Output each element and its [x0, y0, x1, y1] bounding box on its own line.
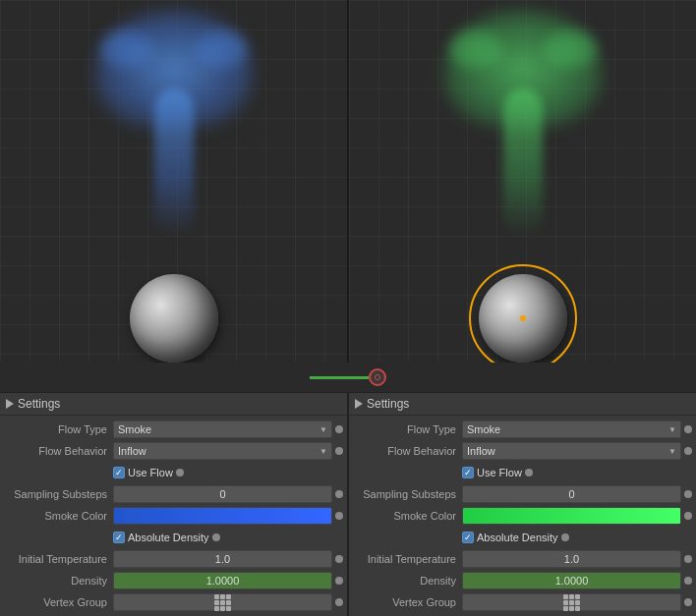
right-vertex-group-control	[462, 593, 692, 611]
right-vertex-group-btn[interactable]	[462, 593, 681, 611]
left-flow-behavior-dot[interactable]	[335, 447, 343, 455]
right-vertex-group-label: Vertex Group	[349, 596, 462, 608]
left-smoke-color-swatch[interactable]	[113, 507, 332, 525]
right-flow-behavior-label: Flow Behavior	[349, 445, 462, 457]
smoke-blue	[95, 10, 253, 206]
right-vertex-group-dot[interactable]	[684, 598, 692, 606]
right-smoke-color-row: Smoke Color	[349, 505, 696, 527]
right-vertex-group-icon	[563, 594, 580, 611]
left-use-flow-label: Use Flow	[128, 467, 173, 478]
right-initial-temp-dot[interactable]	[684, 555, 692, 563]
right-flow-type-row: Flow Type Smoke ▼	[349, 419, 696, 440]
left-use-flow-control: ✓ Use Flow	[113, 467, 343, 478]
left-flow-behavior-dropdown[interactable]: Inflow ▼	[113, 442, 332, 460]
right-flow-behavior-dot[interactable]	[684, 447, 692, 455]
smoke-blue-stem	[154, 88, 194, 236]
right-density-input[interactable]: 1.0000	[462, 572, 681, 589]
right-abs-density-dot[interactable]	[561, 533, 569, 541]
right-use-flow-check: ✓	[464, 469, 472, 477]
right-use-flow-dot[interactable]	[525, 469, 533, 476]
timeline-circle	[369, 368, 386, 386]
left-smoke-color-dot[interactable]	[335, 512, 343, 520]
left-abs-density-dot[interactable]	[212, 533, 220, 541]
selection-circle	[469, 264, 577, 372]
left-vertex-group-row: Vertex Group	[0, 591, 347, 613]
right-smoke-color-swatch[interactable]	[462, 507, 681, 525]
left-sampling-input[interactable]: 0	[113, 485, 332, 503]
left-abs-density-check: ✓	[115, 533, 123, 542]
right-smoke-color-label: Smoke Color	[349, 510, 462, 522]
viewport-right[interactable]	[349, 0, 696, 392]
right-initial-temp-row: Initial Temperature 1.0	[349, 548, 696, 570]
right-settings-panel: Settings Flow Type Smoke ▼ Flo	[349, 393, 696, 616]
right-flow-behavior-dropdown[interactable]: Inflow ▼	[462, 442, 681, 460]
right-flow-type-dot[interactable]	[684, 425, 692, 433]
left-initial-temp-dot[interactable]	[335, 555, 343, 563]
left-density-control: 1.0000	[113, 572, 343, 589]
left-flow-type-label: Flow Type	[0, 423, 113, 435]
timeline-bar	[0, 363, 696, 392]
left-flow-type-control: Smoke ▼	[113, 420, 343, 438]
left-abs-density-control: ✓ Absolute Density	[113, 532, 343, 543]
right-use-flow-checkbox[interactable]: ✓	[462, 467, 474, 478]
left-abs-density-checkbox[interactable]: ✓	[113, 532, 125, 543]
right-density-dot[interactable]	[684, 577, 692, 585]
panels: Settings Flow Type Smoke ▼ Flo	[0, 392, 696, 616]
left-initial-temp-control: 1.0	[113, 550, 343, 568]
right-density-label: Density	[349, 575, 462, 587]
right-abs-density-check: ✓	[464, 533, 472, 542]
right-sampling-input[interactable]: 0	[462, 485, 681, 503]
right-sampling-dot[interactable]	[684, 490, 692, 498]
left-sampling-row: Sampling Substeps 0	[0, 483, 347, 505]
right-flow-type-label: Flow Type	[349, 423, 462, 435]
right-density-row: Density 1.0000	[349, 570, 696, 591]
timeline-line-green	[310, 376, 369, 379]
right-abs-density-checkbox[interactable]: ✓	[462, 532, 474, 543]
left-flow-type-dot[interactable]	[335, 425, 343, 433]
left-settings-panel: Settings Flow Type Smoke ▼ Flo	[0, 393, 349, 616]
viewports	[0, 0, 696, 392]
right-flow-behavior-arrow: ▼	[668, 447, 676, 456]
left-initial-temp-row: Initial Temperature 1.0	[0, 548, 347, 570]
right-smoke-color-dot[interactable]	[684, 512, 692, 520]
left-density-input[interactable]: 1.0000	[113, 572, 332, 589]
right-flow-type-dropdown[interactable]: Smoke ▼	[462, 420, 681, 438]
left-vertex-group-btn[interactable]	[113, 593, 332, 611]
right-flow-type-control: Smoke ▼	[462, 420, 692, 438]
left-vertex-group-dot[interactable]	[335, 598, 343, 606]
left-initial-temp-label: Initial Temperature	[0, 553, 113, 565]
viewport-left[interactable]	[0, 0, 349, 392]
left-density-dot[interactable]	[335, 577, 343, 585]
left-use-flow-dot[interactable]	[176, 469, 184, 476]
left-flow-behavior-arrow: ▼	[319, 447, 327, 456]
right-abs-density-control: ✓ Absolute Density	[462, 532, 692, 543]
triangle-icon-left	[6, 399, 14, 409]
right-sampling-label: Sampling Substeps	[349, 488, 462, 500]
right-settings-rows: Flow Type Smoke ▼ Flow Behavior Inf	[349, 416, 696, 616]
right-density-control: 1.0000	[462, 572, 692, 589]
left-smoke-color-label: Smoke Color	[0, 510, 113, 522]
left-flow-type-row: Flow Type Smoke ▼	[0, 419, 347, 440]
right-use-flow-label: Use Flow	[477, 467, 522, 478]
main-container: Settings Flow Type Smoke ▼ Flo	[0, 0, 696, 616]
right-panel-header: Settings	[349, 393, 696, 416]
right-abs-density-label: Absolute Density	[477, 532, 558, 543]
right-sampling-control: 0	[462, 485, 692, 503]
right-initial-temp-control: 1.0	[462, 550, 692, 568]
right-flow-behavior-row: Flow Behavior Inflow ▼	[349, 440, 696, 462]
triangle-icon-right	[355, 399, 363, 409]
right-initial-temp-input[interactable]: 1.0	[462, 550, 681, 568]
left-use-flow-checkbox[interactable]: ✓	[113, 467, 125, 478]
right-smoke-color-control	[462, 507, 692, 525]
left-panel-header: Settings	[0, 393, 347, 416]
left-smoke-color-control	[113, 507, 343, 525]
left-sampling-dot[interactable]	[335, 490, 343, 498]
left-sampling-control: 0	[113, 485, 343, 503]
left-initial-temp-input[interactable]: 1.0	[113, 550, 332, 568]
left-abs-density-row: ✓ Absolute Density	[0, 527, 347, 548]
left-density-row: Density 1.0000	[0, 570, 347, 591]
left-vertex-group-label: Vertex Group	[0, 596, 113, 608]
smoke-green-stem	[503, 88, 543, 236]
left-flow-type-arrow: ▼	[319, 425, 327, 434]
left-flow-type-dropdown[interactable]: Smoke ▼	[113, 420, 332, 438]
